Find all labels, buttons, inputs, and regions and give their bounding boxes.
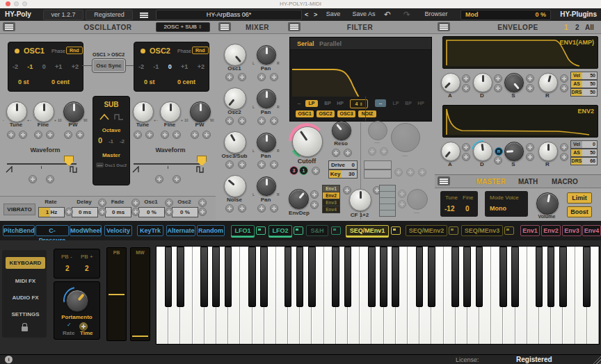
mod-seqmenv2-button[interactable]: SEQ/MEnv2: [406, 225, 447, 236]
step-selector[interactable]: [379, 185, 396, 217]
mod-plus-button[interactable]: [270, 117, 278, 125]
mod-plus-button[interactable]: [406, 168, 415, 176]
routing-parallel-tab[interactable]: Parallel: [319, 40, 342, 47]
octave-option[interactable]: +2: [198, 63, 205, 70]
filter1-type-bp[interactable]: BP: [322, 101, 333, 106]
env2-sustain-knob[interactable]: [504, 142, 524, 161]
mod-plus-button[interactable]: [65, 208, 73, 216]
mod-plus-button[interactable]: [161, 131, 169, 139]
triangle-wave-icon[interactable]: [99, 113, 109, 121]
mod-plus-button[interactable]: [98, 208, 106, 216]
voice-mode-value[interactable]: Mono: [490, 205, 506, 212]
piano-key-black[interactable]: [559, 247, 567, 307]
octave-option[interactable]: +1: [55, 63, 62, 70]
mod-plus-button[interactable]: [225, 204, 234, 213]
mod-plus-button[interactable]: [418, 168, 426, 176]
mod-env3-button[interactable]: Env3: [562, 225, 582, 236]
env2-decay-knob[interactable]: [473, 142, 492, 161]
mod-plus-button[interactable]: [368, 147, 376, 156]
osc1-cent-value[interactable]: 0 cent: [51, 78, 70, 85]
mod-plus-button[interactable]: [257, 160, 266, 169]
mod-plus-button[interactable]: [257, 204, 266, 213]
pulse-wave-icon[interactable]: [114, 113, 124, 121]
lfo2-snapshot-icon[interactable]: [294, 226, 303, 235]
mod-plus-button[interactable]: [131, 199, 140, 207]
math-tab[interactable]: MATH: [518, 178, 538, 185]
sub-octave-row[interactable]: 0 -1 -2: [98, 136, 125, 144]
piano-key-black[interactable]: [368, 247, 376, 307]
master-fine-value[interactable]: 0: [465, 205, 470, 213]
mod-plus-button[interactable]: [7, 131, 15, 139]
env1-display[interactable]: ENV1(AMP): [442, 36, 598, 69]
env1-as-row[interactable]: AS50: [570, 80, 598, 88]
piano-key-black[interactable]: [451, 247, 459, 307]
mod-random-button[interactable]: Random: [197, 225, 225, 236]
mod-plus-button[interactable]: [398, 200, 406, 208]
piano-key-black[interactable]: [296, 247, 304, 307]
mod-plus-button[interactable]: [29, 175, 37, 183]
osc2-tune-knob[interactable]: [133, 101, 154, 122]
piano-key-black[interactable]: [200, 247, 208, 307]
browser-button[interactable]: Browser: [420, 10, 452, 19]
volume-knob[interactable]: [536, 192, 559, 215]
mod-env1-button[interactable]: Env1: [520, 225, 540, 236]
limit-button[interactable]: Limit: [567, 192, 592, 204]
piano-key-black[interactable]: [583, 247, 591, 307]
master-mode-box[interactable]: Mode Voice Mono: [485, 191, 528, 217]
mod-modwheel-button[interactable]: ModWheel: [70, 225, 102, 236]
portamento-rate-option[interactable]: Rate: [63, 330, 74, 336]
filter2-drive-box[interactable]: [364, 160, 392, 169]
mod-plus-button[interactable]: [165, 208, 173, 216]
mod-plus-button[interactable]: [270, 160, 278, 169]
mod-plus-button[interactable]: [462, 74, 470, 83]
env2-display[interactable]: ENV2: [442, 105, 598, 138]
vibrato-delay-value[interactable]: 0 ms: [72, 207, 98, 217]
master-menu-icon[interactable]: [438, 176, 450, 185]
piano-key-black[interactable]: [225, 247, 232, 307]
master-tune-value[interactable]: -12: [444, 205, 454, 213]
piano-key-black[interactable]: [499, 247, 507, 307]
piano-key-black[interactable]: [308, 247, 316, 307]
mod-plus-button[interactable]: [310, 190, 319, 199]
mod-plus-button[interactable]: [173, 175, 181, 183]
mod-plus-button[interactable]: [198, 199, 207, 207]
octave-option[interactable]: -1: [153, 63, 159, 70]
mod-plus-button[interactable]: [494, 84, 502, 92]
pb-plus-value[interactable]: 2: [85, 265, 89, 272]
osc1-fine-knob[interactable]: [33, 101, 54, 122]
resize-grip[interactable]: [591, 355, 601, 364]
env1-drs-row[interactable]: DRS50: [570, 88, 598, 97]
mw-slider-handle[interactable]: [132, 336, 148, 337]
vibrato-fade-value[interactable]: 0 ms: [105, 207, 131, 217]
piano-key-black[interactable]: [547, 247, 555, 307]
octave-option[interactable]: +1: [181, 63, 188, 70]
mod-plus-button[interactable]: [526, 84, 534, 92]
mod-meter[interactable]: Mod 0 %: [460, 10, 551, 20]
mod-plus-button[interactable]: [560, 143, 568, 151]
mixer-noise-level-knob[interactable]: [224, 175, 246, 197]
octave-option[interactable]: -2: [13, 63, 18, 70]
mod-plus-button[interactable]: [238, 117, 246, 125]
mod-plus-button[interactable]: [560, 84, 568, 92]
mod-plus-button[interactable]: [394, 168, 403, 176]
osc2-cent-value[interactable]: 0 cent: [177, 78, 195, 85]
mod-plus-button[interactable]: [526, 153, 534, 161]
filter-input-noiz[interactable]: NOIZ: [358, 110, 376, 117]
osc2-waveform-slider[interactable]: [134, 163, 203, 165]
filter1-type-lp-selected[interactable]: LP: [305, 100, 318, 107]
mod-pitchbend-button[interactable]: PitchBend: [3, 225, 35, 236]
piano-key-black[interactable]: [177, 247, 184, 307]
undo-icon[interactable]: ↶: [384, 10, 391, 19]
mod-plus-button[interactable]: [560, 74, 568, 83]
routing-serial-tab[interactable]: Serial: [297, 40, 314, 47]
pitchbend-slider[interactable]: PB: [106, 247, 127, 341]
menu-icon[interactable]: [138, 10, 150, 19]
mod-env4-button[interactable]: Env4: [582, 225, 601, 236]
osc2-on-led[interactable]: [141, 49, 145, 53]
piano-key-black[interactable]: [380, 247, 387, 307]
env2-drs-row[interactable]: DRS66: [570, 157, 598, 165]
mod-plus-button[interactable]: [238, 73, 246, 81]
mod-plus-button[interactable]: [145, 131, 154, 139]
mixer-osc3sub-level-knob[interactable]: [224, 131, 246, 154]
env1-sustain-knob[interactable]: [504, 73, 524, 92]
